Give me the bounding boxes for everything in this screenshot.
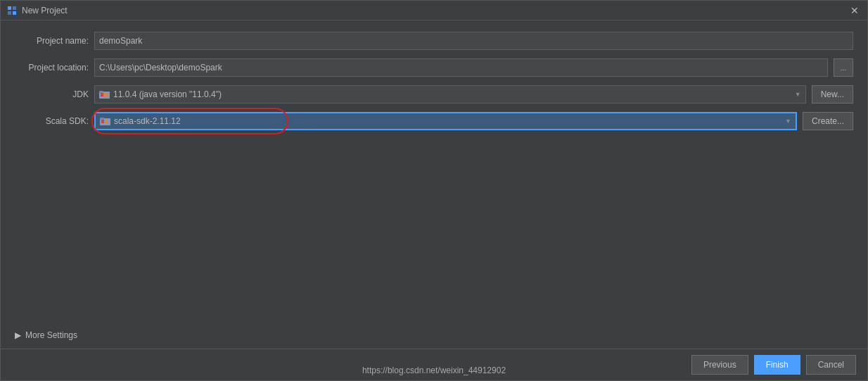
project-location-row: Project location: ... bbox=[15, 58, 853, 77]
project-location-label: Project location: bbox=[15, 63, 89, 73]
svg-rect-2 bbox=[8, 11, 11, 15]
svg-rect-11 bbox=[105, 120, 108, 123]
jdk-chevron-icon: ▼ bbox=[795, 91, 801, 98]
close-button[interactable]: ✕ bbox=[848, 4, 862, 18]
svg-rect-6 bbox=[101, 93, 103, 96]
project-name-row: Project name: bbox=[15, 32, 853, 50]
window-title: New Project bbox=[22, 6, 848, 15]
cancel-button[interactable]: Cancel bbox=[806, 355, 856, 375]
title-bar: New Project ✕ bbox=[1, 1, 867, 20]
svg-rect-7 bbox=[104, 93, 108, 96]
project-name-label: Project name: bbox=[15, 36, 89, 46]
jdk-row: JDK 11.0.4 (java version "11.0.4") ▼ New… bbox=[15, 85, 853, 104]
new-jdk-button[interactable]: New... bbox=[812, 85, 853, 104]
previous-button[interactable]: Previous bbox=[691, 355, 748, 375]
more-settings-label: More Settings bbox=[25, 330, 77, 340]
scala-sdk-value: scala-sdk-2.11.12 bbox=[114, 116, 181, 126]
scala-sdk-chevron-icon: ▼ bbox=[785, 118, 791, 125]
browse-button[interactable]: ... bbox=[834, 58, 853, 77]
svg-rect-9 bbox=[100, 118, 104, 120]
jdk-folder-icon bbox=[99, 89, 110, 99]
footer: Previous Finish Cancel bbox=[1, 349, 867, 380]
svg-rect-3 bbox=[13, 11, 16, 15]
project-location-input[interactable] bbox=[94, 58, 828, 77]
scala-sdk-row: Scala SDK: scala-sdk-2.11.12 ▼ bbox=[15, 112, 853, 130]
finish-button[interactable]: Finish bbox=[754, 355, 800, 375]
svg-rect-0 bbox=[8, 6, 11, 10]
scala-sdk-folder-icon bbox=[100, 116, 111, 126]
jdk-dropdown[interactable]: 11.0.4 (java version "11.0.4") ▼ bbox=[94, 85, 806, 104]
svg-rect-10 bbox=[101, 120, 104, 123]
bottom-section: ▶ More Settings bbox=[1, 322, 867, 349]
form-content: Project name: Project location: ... JDK bbox=[1, 20, 867, 182]
svg-rect-1 bbox=[13, 6, 16, 10]
scala-sdk-label: Scala SDK: bbox=[15, 116, 89, 126]
project-name-input[interactable] bbox=[94, 32, 853, 50]
empty-area bbox=[1, 182, 867, 322]
more-settings-chevron: ▶ bbox=[15, 330, 21, 340]
jdk-value: 11.0.4 (java version "11.0.4") bbox=[113, 89, 222, 99]
more-settings-toggle[interactable]: ▶ More Settings bbox=[15, 327, 853, 343]
jdk-label: JDK bbox=[15, 89, 89, 99]
app-icon bbox=[6, 5, 18, 16]
scala-sdk-dropdown[interactable]: scala-sdk-2.11.12 ▼ bbox=[94, 112, 797, 130]
create-sdk-button[interactable]: Create... bbox=[803, 112, 853, 130]
scala-sdk-container: scala-sdk-2.11.12 ▼ bbox=[94, 112, 797, 130]
svg-rect-5 bbox=[99, 91, 103, 93]
new-project-window: New Project ✕ Project name: Project loca… bbox=[0, 0, 868, 381]
